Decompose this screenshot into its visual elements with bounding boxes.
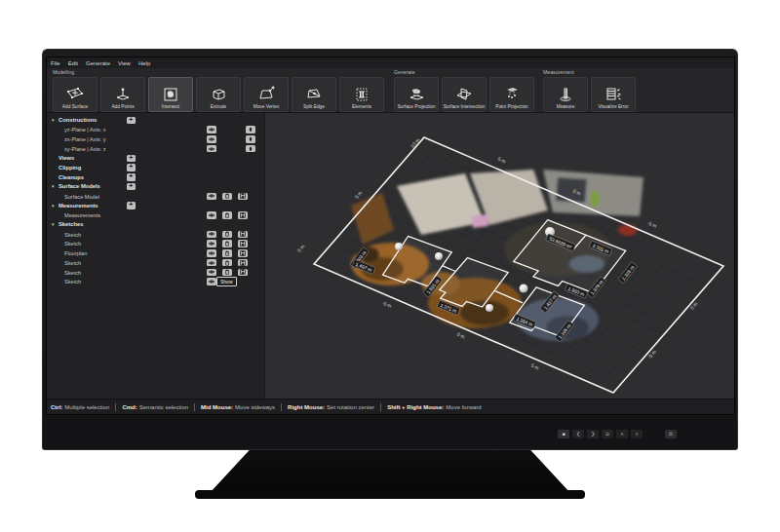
tree-group-cleanups[interactable]: Cleanups+ <box>47 173 265 183</box>
scan-sphere <box>520 285 528 293</box>
toolbar-button-visualize-error[interactable]: Visualize Error <box>591 77 636 112</box>
osd-stop-button[interactable]: ■ <box>558 430 569 438</box>
tree-item-label: Sketch <box>64 279 81 285</box>
toolbar-button-surface-projection[interactable]: Surface Projection <box>394 77 439 112</box>
osd-input-select-button[interactable]: ⧉ <box>602 430 613 438</box>
trash-button[interactable] <box>222 211 232 219</box>
tree-item-surface-model[interactable]: Surface Model <box>47 192 265 202</box>
toolbar-button-intersect[interactable]: Intersect <box>148 77 193 112</box>
expand-caret-icon[interactable]: ▾ <box>52 221 55 227</box>
save-button[interactable] <box>238 269 248 277</box>
trash-icon <box>223 241 231 247</box>
toolbar-button-measure[interactable]: Measure <box>543 77 588 112</box>
add-button[interactable]: + <box>127 117 136 125</box>
toolbar-button-label: Elements <box>352 104 371 109</box>
tree-item-measurements[interactable]: Measurements <box>47 211 265 221</box>
toolbar-button-split-edge[interactable]: Split Edge <box>292 77 336 112</box>
eye-button[interactable] <box>207 259 216 267</box>
hint-separator <box>380 403 381 411</box>
tree-group-views[interactable]: Views+ <box>47 154 265 164</box>
save-icon <box>239 193 247 199</box>
tree-item-sketch[interactable]: Sketch <box>47 230 265 240</box>
save-button[interactable] <box>238 249 248 257</box>
toolbar-button-surface-intersection[interactable]: Surface Intersection <box>442 77 487 112</box>
menu-item-file[interactable]: File <box>51 60 60 66</box>
toolbar-button-move-vertex[interactable]: Move Vertex <box>244 77 289 112</box>
eye-button[interactable] <box>207 231 216 239</box>
tree-item-label: zx-Plane | Axis: y <box>64 136 106 142</box>
osd-power-button[interactable]: ⏻ <box>665 430 677 438</box>
tree-item-sketch[interactable]: Sketch <box>47 258 265 268</box>
osd-down-button[interactable]: ∨ <box>631 430 643 438</box>
tree-group-constructions[interactable]: ▾Constructions+ <box>47 116 265 126</box>
save-button[interactable] <box>238 240 248 247</box>
droplet-button[interactable] <box>246 126 255 133</box>
osd-up-button[interactable]: ∧ <box>616 430 628 438</box>
tree-group-surface-models[interactable]: ▾Surface Models+ <box>47 182 265 192</box>
menu-item-edit[interactable]: Edit <box>68 60 78 66</box>
toolbar-button-add-surface[interactable]: Add Surface <box>53 77 98 112</box>
eye-icon <box>208 269 215 275</box>
add-button[interactable]: + <box>127 202 136 209</box>
droplet-button[interactable] <box>246 145 255 153</box>
status-hint: Ctrl:Multiple selection <box>51 404 109 410</box>
hint-key: Shift + Right Mouse: <box>387 404 444 410</box>
save-button[interactable] <box>238 211 248 219</box>
menu-item-view[interactable]: View <box>118 60 131 66</box>
tree-group-sketches[interactable]: ▾Sketches <box>47 220 265 230</box>
viewport-3d[interactable]: 10 m5 m0 m-5 m0 m5 m5 m0 m-5 m0 m-5 m 53… <box>265 113 734 399</box>
save-button[interactable] <box>238 193 248 201</box>
trash-button[interactable] <box>222 240 232 247</box>
toolbar-button-point-projection[interactable]: Point Projection <box>489 77 534 112</box>
tree-item-zx-plane-axis-y[interactable]: zx-Plane | Axis: y <box>47 135 265 145</box>
toolbar-button-label: Point Projection <box>495 104 528 109</box>
save-icon <box>239 231 247 237</box>
toolbar-button-elements[interactable]: Elements <box>339 77 384 112</box>
trash-button[interactable] <box>222 231 232 239</box>
add-button[interactable]: + <box>127 155 136 163</box>
eye-button[interactable] <box>207 193 216 201</box>
trash-button[interactable] <box>222 259 232 267</box>
eye-button[interactable] <box>207 211 216 219</box>
menu-bar: FileEditGenerateViewHelp <box>47 57 734 68</box>
tree-item-floorplan[interactable]: Floorplan <box>47 249 265 259</box>
droplet-button[interactable] <box>246 135 255 143</box>
eye-button[interactable] <box>207 135 216 143</box>
trash-icon <box>223 212 231 218</box>
hint-description: Move forward <box>446 404 481 410</box>
toolbar-button-label: Add Surface <box>62 104 88 109</box>
eye-button[interactable] <box>207 249 216 257</box>
tree-item-sketch[interactable]: SketchShow <box>47 278 265 287</box>
trash-button[interactable] <box>222 249 232 257</box>
toolbar-button-add-points[interactable]: Add Points <box>100 77 145 112</box>
save-button[interactable] <box>238 231 248 239</box>
tree-item-xy-plane-axis-z[interactable]: xy-Plane | Axis: z <box>47 144 265 154</box>
toolbar-button-label: Add Points <box>111 104 134 109</box>
expand-caret-icon[interactable]: ▾ <box>52 203 55 209</box>
eye-button[interactable] <box>207 145 216 153</box>
tree-group-measurements[interactable]: ▾Measurements+ <box>47 202 265 211</box>
tree-item-yz-plane-axis-x[interactable]: yz-Plane | Axis: x <box>47 126 265 135</box>
add-button[interactable]: + <box>127 173 136 181</box>
eye-icon <box>208 231 215 237</box>
expand-caret-icon[interactable]: ▾ <box>52 117 55 123</box>
trash-button[interactable] <box>222 193 232 201</box>
move-vertex-icon <box>256 86 276 103</box>
eye-button[interactable] <box>207 269 216 277</box>
expand-caret-icon[interactable]: ▾ <box>52 183 55 189</box>
add-button[interactable]: + <box>127 164 136 171</box>
add-button[interactable]: + <box>127 183 136 191</box>
menu-item-help[interactable]: Help <box>138 60 150 66</box>
tree-item-sketch[interactable]: Sketch <box>47 240 265 249</box>
eye-button[interactable] <box>207 126 216 133</box>
tree-group-clipping[interactable]: Clipping+ <box>47 164 265 173</box>
osd-next-button[interactable]: ❯ <box>587 430 599 438</box>
eye-button[interactable] <box>207 278 216 285</box>
eye-button[interactable] <box>207 240 216 247</box>
trash-button[interactable] <box>222 269 232 277</box>
toolbar-button-extrude[interactable]: Extrude <box>196 77 241 112</box>
menu-item-generate[interactable]: Generate <box>86 60 110 66</box>
show-tooltip: Show <box>216 277 237 286</box>
save-button[interactable] <box>238 259 248 267</box>
osd-prev-button[interactable]: ❮ <box>572 430 584 438</box>
